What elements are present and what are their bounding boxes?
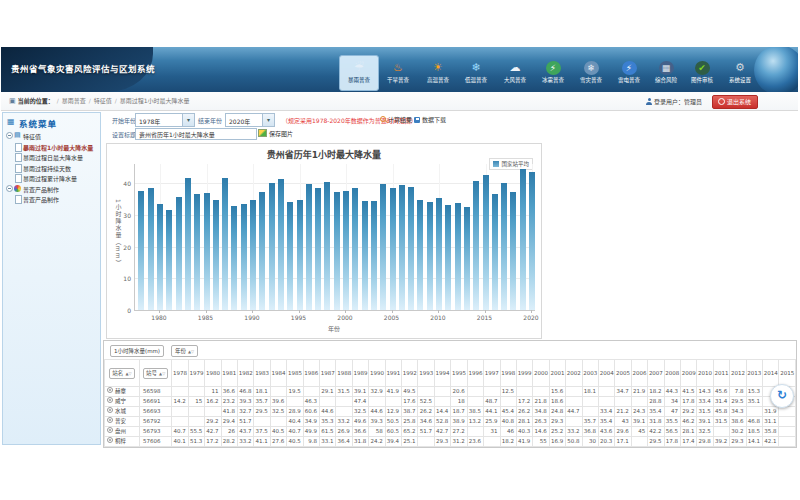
value-cell: 38.7 (402, 407, 418, 417)
menu-icon: ▦ (7, 117, 15, 126)
value-cell: 15 (188, 397, 204, 407)
row-expander-icon[interactable] (107, 397, 113, 403)
save-image-button[interactable]: 保存图片 (258, 129, 293, 138)
nav-item-rain-cloud[interactable]: ☔暴雨普查 (339, 55, 379, 91)
row-expander-icon[interactable] (107, 437, 113, 443)
sidebar-item[interactable]: 普查产品制作 (3, 184, 100, 194)
station-name-sort-box[interactable]: 站名▲▽ (109, 368, 134, 379)
table-row[interactable]: 威宁5669114.21516.223.239.335.739.646.347.… (105, 397, 796, 407)
nav-item-map-audit[interactable]: ✔图件审核 (683, 56, 721, 90)
year-header-1986: 1986 (303, 360, 319, 387)
value-cell: 55 (533, 437, 549, 447)
station-id-cell: 57606 (139, 437, 171, 447)
value-cell: 25.8 (402, 417, 418, 427)
value-cell: 52.5 (418, 397, 434, 407)
drought-icon: ♨ (391, 61, 406, 75)
year-field-box[interactable]: 年份▲▽ (171, 345, 198, 357)
sidebar-item[interactable]: ▤特征值 (3, 131, 100, 141)
floating-widget-button[interactable]: ↻ (770, 384, 794, 408)
nav-item-drought[interactable]: ♨干旱普查 (379, 56, 417, 90)
station-id-cell: 56598 (139, 387, 171, 397)
table-row[interactable]: 普安5679229.229.451.740.434.935.333.249.63… (105, 417, 796, 427)
value-cell: 41.8 (221, 407, 237, 417)
end-year-select[interactable]: 2020年 ▾ (225, 113, 275, 127)
sidebar-item[interactable]: 暴雨过程日最大降水量 (3, 152, 100, 162)
bar-2005 (390, 188, 396, 311)
nav-item-label: 暴雨普查 (340, 76, 378, 84)
row-expander-icon[interactable] (107, 427, 113, 433)
bar-2009 (427, 202, 433, 310)
nav-item-snow[interactable]: ❄雪灾普查 (572, 56, 610, 90)
data-download-button[interactable]: 数据下载 (414, 115, 446, 124)
value-cell: 55.5 (188, 427, 204, 437)
high-temp-icon: ☀ (431, 61, 446, 75)
row-expander-icon[interactable] (107, 417, 113, 423)
value-cell: 35.1 (746, 397, 762, 407)
value-cell: 36.6 (221, 387, 237, 397)
lightning-icon: ⚡ (622, 61, 637, 75)
value-cell: 31.5 (697, 407, 713, 417)
value-cell: 39.3 (238, 397, 254, 407)
value-cell: 40.7 (172, 427, 188, 437)
calc-result-button[interactable]: 计算结果 (380, 115, 412, 124)
value-cell: 44.6 (369, 407, 385, 417)
logout-button[interactable]: 退出系统 (712, 95, 758, 109)
sort-desc-icon[interactable]: ▽ (128, 371, 131, 376)
table-row[interactable]: 桐梓5760640.151.317.228.233.241.127.640.59… (105, 437, 796, 447)
value-cell (172, 407, 188, 417)
sidebar-item[interactable]: 暴雨过程1小时最大降水量 (3, 142, 100, 152)
nav-item-low-temp[interactable]: ❄低温普查 (457, 56, 495, 90)
value-cell: 29.5 (254, 407, 270, 417)
sort-desc-icon[interactable]: ▽ (162, 371, 165, 376)
sidebar-item[interactable]: 暴雨过程累计降水量 (3, 173, 100, 183)
expander-icon[interactable] (6, 132, 13, 139)
row-expander-icon[interactable] (107, 387, 113, 393)
value-cell: 31.2 (451, 437, 467, 447)
value-cell: 19.5 (287, 387, 303, 397)
table-row[interactable]: 赫章565981136.646.818.119.529.131.539.132.… (105, 387, 796, 397)
value-cell: 15.3 (746, 387, 762, 397)
bar-2015 (483, 175, 489, 310)
nav-item-composite[interactable]: ▦综合风险 (647, 56, 685, 90)
value-cell: 34.3 (730, 407, 746, 417)
page: 贵州省气象灾害风险评估与区划系统 ☔暴雨普查♨干旱普查☀高温普查❄低温普查☁大风… (0, 0, 800, 500)
measure-field-box[interactable]: 1小时降水量(mm) (110, 345, 164, 357)
breadcrumb-item[interactable]: 特征值 (94, 97, 112, 104)
sidebar-item-label: 特征值 (23, 132, 41, 141)
breadcrumb-item[interactable]: 暴雨普查 (62, 97, 86, 104)
start-year-select[interactable]: 1978年 ▾ (135, 113, 195, 127)
sidebar-title: 系统菜单 (19, 117, 57, 129)
row-expander-icon[interactable] (107, 407, 113, 413)
station-id-sort-box[interactable]: 站号▲▽ (143, 368, 168, 379)
value-cell (254, 417, 270, 427)
nav-item-lightning[interactable]: ⚡雷电普查 (610, 56, 648, 90)
value-cell: 43.7 (238, 427, 254, 437)
value-cell: 26.9 (336, 427, 352, 437)
nav-item-settings[interactable]: ⚙系统设置 (721, 56, 759, 90)
year-header-1999: 1999 (516, 360, 532, 387)
table-row[interactable]: 水城5669341.832.729.532.528.960.644.632.54… (105, 407, 796, 417)
nav-item-hail[interactable]: ⚡冰雹普查 (534, 56, 572, 90)
table-row[interactable]: 盘州5679340.755.542.72643.737.540.540.749.… (105, 427, 796, 437)
value-cell: 42.7 (205, 427, 221, 437)
chart-title-input[interactable] (135, 128, 257, 140)
value-cell: 51.7 (418, 427, 434, 437)
nav-item-high-temp[interactable]: ☀高温普查 (419, 56, 457, 90)
breadcrumb-item[interactable]: 暴雨过程1小时最大降水量 (120, 97, 190, 104)
value-cell: 14.6 (533, 427, 549, 437)
bar-1996 (306, 184, 312, 310)
sidebar-item[interactable]: 普查产品制作 (3, 194, 100, 204)
value-cell: 38.5 (467, 407, 483, 417)
app-title: 贵州省气象灾害风险评估与区划系统 (11, 62, 155, 74)
sidebar-item[interactable]: 暴雨过程持续天数 (3, 163, 100, 173)
bar-1988 (231, 206, 237, 310)
nav-item-wind[interactable]: ☁大风普查 (496, 56, 534, 90)
value-cell: 32.5 (352, 407, 368, 417)
expander-icon[interactable] (6, 185, 13, 192)
value-cell: 50.8 (566, 437, 582, 447)
bar-1979 (148, 188, 154, 310)
x-tick-label: 2010 (426, 314, 450, 321)
year-header-1985: 1985 (287, 360, 303, 387)
value-cell: 27.6 (270, 437, 286, 447)
value-cell: 45.4 (500, 407, 516, 417)
